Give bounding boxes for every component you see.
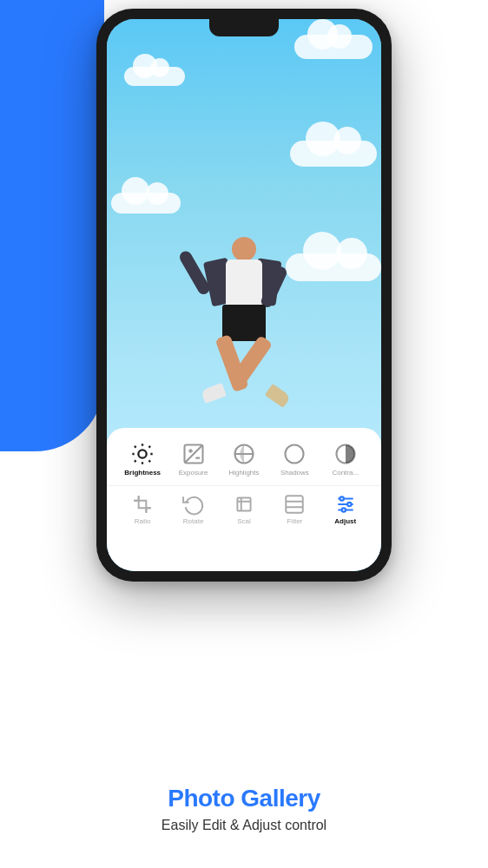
ratio-label: Ratio — [135, 517, 151, 525]
filter-icon — [283, 493, 306, 516]
nav-ratio[interactable]: Ratio — [123, 493, 162, 525]
tool-contrast[interactable]: Contra... — [326, 442, 365, 477]
footer-section: Photo Gallery Easily Edit & Adjust contr… — [0, 785, 488, 833]
nav-scale[interactable]: Scal — [225, 493, 263, 525]
contrast-icon — [333, 442, 358, 466]
tool-brightness[interactable]: Brightness — [123, 442, 162, 477]
rotate-label: Rotate — [183, 517, 204, 525]
brightness-label: Brightness — [124, 469, 161, 477]
svg-line-8 — [149, 446, 151, 448]
crop-icon — [131, 493, 154, 516]
svg-point-29 — [341, 508, 345, 511]
svg-point-16 — [286, 445, 304, 464]
app-title: Photo Gallery — [0, 785, 488, 812]
exposure-icon — [181, 442, 206, 466]
svg-line-4 — [149, 460, 151, 462]
phone-wrapper: Brightness — [96, 9, 392, 582]
phone-notch — [209, 19, 279, 36]
svg-line-3 — [135, 446, 136, 448]
adjust-icon — [334, 493, 357, 516]
scale-label: Scal — [237, 517, 251, 525]
svg-line-10 — [184, 445, 202, 464]
shadows-label: Shadows — [280, 469, 309, 477]
svg-rect-18 — [237, 497, 250, 510]
cloud-4 — [111, 193, 181, 214]
svg-point-28 — [347, 503, 351, 506]
bottom-panel: Brightness — [107, 428, 381, 571]
highlights-icon — [232, 442, 256, 466]
cloud-1 — [294, 35, 373, 59]
nav-adjust[interactable]: Adjust — [326, 493, 365, 525]
cloud-5 — [286, 253, 381, 281]
cloud-3 — [290, 141, 377, 167]
adjust-label: Adjust — [334, 517, 356, 525]
cloud-2 — [124, 67, 185, 86]
exposure-label: Exposure — [179, 469, 208, 477]
filter-label: Filter — [287, 517, 302, 525]
phone-frame: Brightness — [96, 9, 392, 582]
highlights-label: Highlights — [228, 469, 259, 477]
nav-rotate[interactable]: Rotate — [175, 493, 213, 525]
svg-point-27 — [340, 496, 343, 500]
svg-rect-21 — [287, 496, 304, 513]
shadows-icon — [282, 442, 307, 466]
shoe-left — [201, 383, 227, 404]
shoe-right — [265, 384, 291, 408]
tool-exposure[interactable]: Exposure — [175, 442, 213, 477]
app-subtitle: Easily Edit & Adjust control — [0, 818, 488, 833]
phone-screen: Brightness — [107, 19, 381, 571]
sun-icon — [130, 442, 155, 466]
tool-row-top: Brightness — [107, 437, 381, 486]
scale-icon — [233, 493, 255, 516]
tool-row-bottom: Ratio Rotate — [107, 486, 381, 530]
rotate-icon — [182, 493, 205, 516]
head — [232, 237, 256, 261]
tool-highlights[interactable]: Highlights — [225, 442, 263, 477]
svg-point-0 — [139, 450, 147, 457]
person-figure — [192, 237, 296, 428]
nav-filter[interactable]: Filter — [275, 493, 313, 525]
svg-line-7 — [135, 460, 136, 462]
torso — [226, 260, 262, 307]
background-blob — [0, 0, 104, 451]
contrast-label: Contra... — [332, 469, 359, 477]
photo-area: Brightness — [107, 19, 381, 571]
tool-shadows[interactable]: Shadows — [275, 442, 313, 477]
